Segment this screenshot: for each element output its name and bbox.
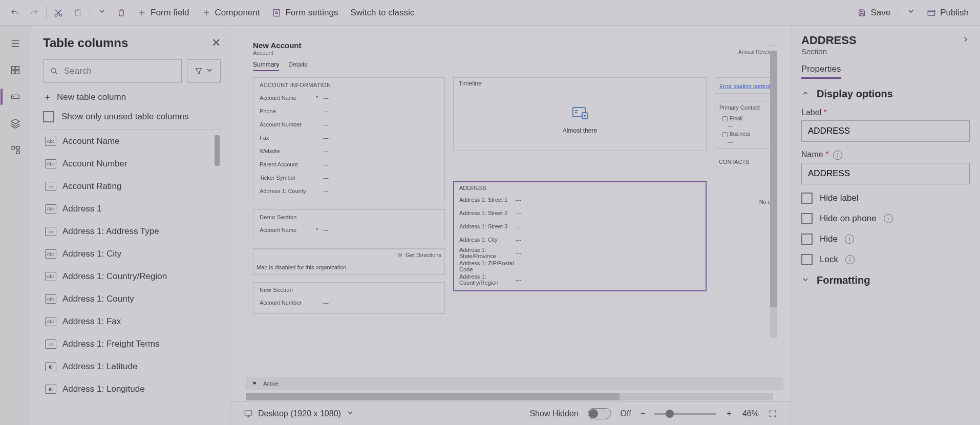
form-canvas: New Account Account ··· Annual Revenue S…	[230, 26, 791, 425]
redo-button[interactable]	[26, 5, 43, 20]
cut-button[interactable]	[50, 5, 67, 20]
scrollbar-thumb[interactable]	[215, 135, 220, 166]
properties-tab[interactable]: Properties	[801, 64, 841, 79]
table-columns-icon[interactable]	[6, 87, 25, 107]
info-icon[interactable]: i	[845, 235, 854, 244]
formatting-accordion[interactable]: Formatting	[801, 274, 970, 286]
svg-point-5	[275, 11, 278, 14]
canvas-horizontal-scrollbar[interactable]	[246, 393, 773, 400]
paste-dropdown[interactable]	[93, 4, 111, 21]
filter-button[interactable]	[187, 59, 221, 83]
divider	[90, 6, 90, 19]
expand-panel-button[interactable]	[962, 35, 970, 46]
tree-view-icon[interactable]	[6, 140, 25, 160]
timeline-section[interactable]: Timeline Almost there	[453, 77, 707, 151]
hamburger-button[interactable]	[6, 34, 25, 53]
list-item[interactable]: AbcAccount Name	[43, 130, 221, 153]
zoom-out-button[interactable]: −	[641, 409, 645, 418]
canvas-vertical-scrollbar[interactable]	[770, 51, 777, 338]
close-panel-button[interactable]: ✕	[211, 36, 221, 50]
lock-checkbox[interactable]: Locki	[801, 254, 970, 265]
svg-rect-9	[12, 71, 15, 74]
tab-summary[interactable]: Summary	[253, 59, 279, 71]
add-component-button[interactable]: Component	[197, 5, 265, 21]
form-entity: Account	[253, 50, 738, 56]
publish-button[interactable]: Publish	[922, 5, 974, 21]
delete-button[interactable]	[113, 5, 130, 20]
fit-to-screen-icon[interactable]	[768, 409, 777, 418]
divider	[899, 6, 899, 19]
checkbox[interactable]	[43, 111, 54, 122]
divider	[46, 6, 47, 19]
error-control-box[interactable]: Error loading control	[715, 77, 776, 94]
svg-rect-6	[928, 10, 935, 15]
save-button[interactable]: Save	[852, 5, 896, 21]
label: Show only unused table columns	[61, 112, 189, 122]
show-hidden-label: Show Hidden	[529, 409, 578, 418]
svg-rect-7	[12, 67, 15, 70]
svg-rect-11	[12, 95, 19, 98]
name-input[interactable]	[801, 163, 970, 184]
hide-label-checkbox[interactable]: Hide label	[801, 193, 970, 204]
account-info-section[interactable]: ACCOUNT INFORMATION Account Name*--- Pho…	[253, 77, 445, 202]
label: Publish	[940, 8, 969, 18]
error-link[interactable]: Error loading control	[719, 83, 770, 89]
list-item[interactable]: AbcAddress 1	[43, 198, 221, 220]
save-dropdown[interactable]	[902, 4, 920, 21]
form-header: New Account Account ··· Annual Revenue	[245, 36, 784, 58]
list-item[interactable]: ◐Address 1: Latitude	[43, 355, 221, 378]
monitor-icon	[244, 409, 253, 418]
list-item[interactable]: ◐Address 1: Longitude	[43, 378, 221, 400]
label: Form field	[151, 8, 189, 18]
label: Component	[215, 8, 260, 18]
list-item[interactable]: AbcAddress 1: County	[43, 288, 221, 310]
hide-checkbox[interactable]: Hidei	[801, 233, 970, 245]
info-icon[interactable]: i	[833, 151, 842, 160]
list-item[interactable]: ▭Account Rating	[43, 175, 221, 198]
list-item[interactable]: ▭Address 1: Address Type	[43, 220, 221, 243]
new-section[interactable]: New Section Account Number---	[253, 282, 445, 314]
display-options-accordion[interactable]: Display options	[801, 88, 970, 100]
list-item[interactable]: AbcAddress 1: City	[43, 243, 221, 265]
svg-rect-14	[16, 151, 19, 154]
info-icon[interactable]: i	[845, 255, 855, 264]
demo-section[interactable]: Demo Section Account Name*---	[253, 209, 445, 241]
lock-icon	[722, 132, 728, 137]
new-table-column-button[interactable]: ＋New table column	[43, 91, 221, 103]
left-nav-rail	[0, 26, 31, 425]
switch-to-classic-button[interactable]: Switch to classic	[345, 5, 419, 21]
svg-point-15	[51, 68, 56, 73]
add-form-field-button[interactable]: Form field	[132, 5, 195, 21]
search-icon	[50, 67, 59, 76]
info-icon[interactable]: i	[884, 214, 893, 223]
panel-title: Table columns	[43, 36, 128, 50]
contacts-section[interactable]: CONTACTS No da	[715, 156, 776, 205]
search-input-wrap[interactable]	[43, 59, 182, 83]
list-item[interactable]: ▭Address 1: Freight Terms	[43, 333, 221, 355]
search-input[interactable]	[64, 66, 175, 76]
tab-details[interactable]: Details	[288, 59, 307, 71]
paste-button[interactable]	[69, 5, 87, 20]
svg-rect-8	[16, 67, 19, 70]
hide-on-phone-checkbox[interactable]: Hide on phonei	[801, 213, 970, 224]
components-icon[interactable]	[6, 60, 25, 80]
timeline-icon	[572, 105, 588, 122]
layers-icon[interactable]	[6, 114, 25, 133]
address-section-selected[interactable]: ADDRESS Address 1: Street 1--- Address 1…	[453, 181, 707, 291]
zoom-in-button[interactable]: ＋	[725, 408, 733, 419]
form-settings-button[interactable]: Form settings	[267, 5, 343, 21]
zoom-slider[interactable]	[654, 413, 716, 415]
svg-rect-13	[16, 146, 19, 150]
list-item[interactable]: AbcAddress 1: Country/Region	[43, 265, 221, 288]
properties-panel: ADDRESS Section Properties Display optio…	[791, 26, 980, 425]
show-hidden-toggle[interactable]	[588, 408, 611, 419]
header-menu[interactable]: ···	[738, 41, 776, 49]
show-unused-toggle[interactable]: Show only unused table columns	[43, 111, 221, 122]
primary-contact-box[interactable]: Primary Contact Email --- Business ---	[715, 101, 776, 148]
label-input[interactable]	[801, 120, 970, 142]
list-item[interactable]: AbcAccount Number	[43, 153, 221, 175]
list-item[interactable]: AbcAddress 1: Fax	[43, 310, 221, 333]
map-section[interactable]: ◎Get Directions Map is disabled for this…	[253, 248, 445, 275]
undo-button[interactable]	[6, 5, 24, 20]
device-selector[interactable]: Desktop (1920 x 1080)	[244, 409, 354, 419]
